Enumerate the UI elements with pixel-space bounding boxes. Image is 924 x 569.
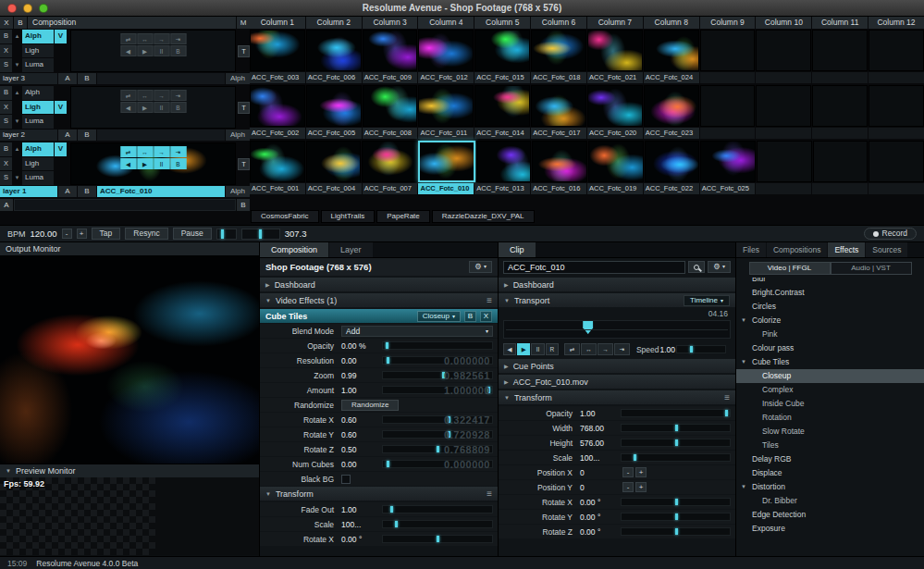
param-checkbox[interactable] xyxy=(341,475,351,484)
deck-tab[interactable]: LightTrails xyxy=(321,210,376,223)
layer-clip-name[interactable] xyxy=(97,130,225,141)
pause-button[interactable]: Pause xyxy=(173,228,212,240)
clip-thumbnail[interactable] xyxy=(812,30,868,71)
layer-composite-mode[interactable]: Alph xyxy=(226,186,250,197)
clip-thumbnail[interactable] xyxy=(644,30,699,71)
clip-thumbnail[interactable] xyxy=(474,85,530,127)
cue-points-section-header[interactable]: ▶Cue Points xyxy=(499,359,735,373)
clip-thumbnail[interactable] xyxy=(306,141,362,182)
param-slider[interactable] xyxy=(382,520,493,528)
effect-preset-item[interactable]: Slow Rotate xyxy=(736,425,924,439)
effect-remove-button[interactable]: X xyxy=(480,311,492,322)
output-monitor-header[interactable]: Output Monitor xyxy=(0,242,259,255)
layer-bypass-button[interactable]: B xyxy=(0,86,12,100)
column-header[interactable]: Column 7 xyxy=(587,17,643,29)
clip-label[interactable] xyxy=(812,128,868,139)
layer-name[interactable]: layer 1 xyxy=(0,186,57,197)
clip-thumbnail[interactable] xyxy=(476,141,532,182)
param-dropdown[interactable]: Add▾ xyxy=(341,326,493,337)
clip-thumbnail[interactable] xyxy=(869,85,924,127)
composition-m-button[interactable]: M xyxy=(237,17,250,29)
bounce-button[interactable]: ↔ xyxy=(581,343,597,355)
clip-label[interactable]: ACC_Fotc_023 xyxy=(644,128,699,139)
record-button[interactable]: R xyxy=(546,343,559,355)
clip-thumbnail[interactable] xyxy=(250,30,305,71)
clip-thumbnail[interactable] xyxy=(474,30,530,71)
param-slider[interactable] xyxy=(621,409,731,417)
menu-icon[interactable]: ≡ xyxy=(724,392,730,402)
tab-compositions[interactable]: Compositions xyxy=(767,242,828,257)
param-slider[interactable] xyxy=(382,505,493,513)
clip-label[interactable] xyxy=(812,183,868,194)
blend-mode-option[interactable]: Luma xyxy=(22,171,54,185)
up-arrow-icon[interactable]: ▲ xyxy=(13,30,21,43)
param-slider[interactable]: 0.720928 xyxy=(382,430,493,439)
clip-thumbnail[interactable] xyxy=(363,85,418,127)
clip-label[interactable]: ACC_Fotc_018 xyxy=(531,72,586,83)
layer-a-button[interactable]: A xyxy=(58,130,77,141)
transport-button[interactable]: ▶ xyxy=(137,102,153,113)
play-button[interactable]: ▶ xyxy=(517,343,530,355)
column-header[interactable]: Column 9 xyxy=(700,17,756,29)
clip-label[interactable]: ACC_Fotc_010 xyxy=(418,183,474,194)
deck-tab[interactable]: PapeRate xyxy=(376,210,430,223)
param-button[interactable]: Randomize xyxy=(341,400,399,411)
clip-file-section-header[interactable]: ▶ACC_Fotc_010.mov xyxy=(499,375,735,389)
effect-preset-item[interactable]: Pink xyxy=(736,328,924,341)
clip-thumbnail[interactable] xyxy=(869,141,924,182)
column-header[interactable]: Column 2 xyxy=(306,17,362,29)
transport-button[interactable]: ▶ xyxy=(137,45,153,56)
clip-label[interactable] xyxy=(869,128,924,139)
layer-clip-name[interactable] xyxy=(97,73,225,84)
decrement-button[interactable]: - xyxy=(622,482,634,492)
bpm-value[interactable]: 120.00 xyxy=(31,229,57,239)
browser-subtab[interactable]: Video | FFGL xyxy=(749,262,831,275)
column-header[interactable]: Column 11 xyxy=(812,17,868,29)
effect-preset-dropdown[interactable]: Closeup▾ xyxy=(417,311,461,322)
clip-label[interactable]: ACC_Fotc_013 xyxy=(474,183,530,194)
clip-dashboard-section-header[interactable]: ▶Dashboard xyxy=(499,278,735,291)
effect-item[interactable]: Circles xyxy=(736,300,924,314)
param-slider[interactable]: 0.768809 xyxy=(382,445,493,453)
layer-bypass-button[interactable]: B xyxy=(0,30,12,43)
browser-subtab[interactable]: Audio | VST xyxy=(831,262,912,275)
layer-clear-button[interactable]: X xyxy=(0,44,12,58)
transform-section-header[interactable]: ▼Transform≡ xyxy=(260,487,498,501)
play-backwards-button[interactable]: ◀ xyxy=(503,343,516,355)
clip-thumbnail[interactable] xyxy=(756,30,811,71)
up-arrow-icon[interactable]: ▲ xyxy=(13,86,21,100)
blend-mode-option[interactable]: Alph xyxy=(22,30,54,43)
clip-thumbnail[interactable] xyxy=(587,30,643,71)
clip-thumbnail[interactable] xyxy=(813,141,869,182)
loop-mode-button[interactable]: ↔ xyxy=(137,90,153,101)
crossfader-b-button[interactable]: B xyxy=(237,199,250,211)
video-toggle[interactable]: V xyxy=(55,142,67,156)
clip-thumbnail[interactable] xyxy=(700,85,756,127)
bpm-slider[interactable] xyxy=(241,229,280,240)
column-header[interactable]: Column 6 xyxy=(531,17,586,29)
column-header[interactable]: Column 3 xyxy=(363,17,418,29)
clip-thumbnail[interactable] xyxy=(700,141,756,182)
clip-label[interactable] xyxy=(756,183,811,194)
clip-settings-button[interactable]: ⚙▾ xyxy=(708,261,731,273)
clip-thumbnail[interactable] xyxy=(531,30,586,71)
tab-layer[interactable]: Layer xyxy=(329,242,373,257)
loop-mode-button[interactable]: → xyxy=(154,33,169,44)
bpm-increase-button[interactable]: + xyxy=(77,229,87,239)
layer-composite-mode[interactable]: Alph xyxy=(226,130,250,141)
clip-label[interactable] xyxy=(869,72,924,83)
loop-button[interactable]: ⇄ xyxy=(564,343,580,355)
clip-label[interactable]: ACC_Fotc_008 xyxy=(363,128,418,139)
clip-thumbnail[interactable] xyxy=(644,85,699,127)
transport-mode-dropdown[interactable]: Timeline▾ xyxy=(684,295,730,306)
effect-item[interactable]: Exposure xyxy=(736,522,924,536)
clip-thumbnail[interactable] xyxy=(363,30,418,71)
param-slider[interactable] xyxy=(621,513,731,521)
clip-thumbnail[interactable] xyxy=(587,85,643,127)
effect-preset-item[interactable]: Inside Cube xyxy=(736,397,924,411)
loop-mode-button[interactable]: → xyxy=(154,90,169,101)
clip-label[interactable]: ACC_Fotc_012 xyxy=(418,72,474,83)
clip-label[interactable]: ACC_Fotc_025 xyxy=(700,183,756,194)
clip-thumbnail[interactable] xyxy=(645,141,700,182)
tap-button[interactable]: Tap xyxy=(92,228,121,240)
